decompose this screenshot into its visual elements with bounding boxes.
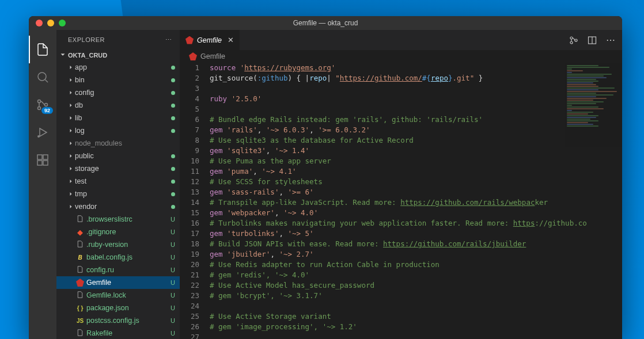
code-line[interactable]: gem 'turbolinks', '~> 5' bbox=[210, 228, 622, 239]
close-tab-icon[interactable]: ✕ bbox=[228, 36, 234, 44]
code-line[interactable]: # Use Active Storage variant bbox=[210, 311, 622, 322]
compare-icon[interactable] bbox=[569, 36, 578, 45]
line-number: 4 bbox=[180, 94, 199, 104]
code-line[interactable]: # Transpile app-like JavaScript. Read mo… bbox=[210, 197, 622, 208]
git-modified-dot bbox=[171, 66, 175, 70]
sidebar-more-icon[interactable]: ⋯ bbox=[165, 36, 172, 44]
svg-marker-5 bbox=[40, 128, 47, 136]
code-line[interactable]: # Use sqlite3 as the database for Active… bbox=[210, 135, 622, 146]
code-line[interactable]: gem 'jbuilder', '~> 2.7' bbox=[210, 249, 622, 260]
folder-public[interactable]: public bbox=[56, 150, 180, 162]
traffic-lights bbox=[29, 20, 66, 26]
line-number: 20 bbox=[180, 260, 199, 270]
more-actions-icon[interactable]: ⋯ bbox=[606, 35, 615, 45]
code-line[interactable]: # Use Redis adapter to run Action Cable … bbox=[210, 260, 622, 270]
code-line[interactable]: # Use SCSS for stylesheets bbox=[210, 177, 622, 187]
code-line[interactable]: ruby '2.5.0' bbox=[210, 94, 622, 104]
folder-storage[interactable]: storage bbox=[56, 162, 180, 175]
code-area[interactable]: 1234567891011121314151617181920212223242… bbox=[180, 63, 622, 339]
breadcrumb[interactable]: Gemfile bbox=[180, 50, 622, 63]
minimap[interactable] bbox=[565, 63, 622, 189]
code-line[interactable]: gem 'rails', '~> 6.0.3', '>= 6.0.3.2' bbox=[210, 125, 622, 135]
js-icon: JS bbox=[77, 318, 84, 324]
code-line[interactable] bbox=[210, 301, 622, 311]
code-line[interactable]: # Build JSON APIs with ease. Read more: … bbox=[210, 239, 622, 249]
activity-search[interactable] bbox=[29, 63, 56, 91]
folder-vendor[interactable]: vendor bbox=[56, 200, 180, 213]
folder-config[interactable]: config bbox=[56, 86, 180, 99]
line-number: 1 bbox=[180, 63, 199, 73]
line-number: 17 bbox=[180, 228, 199, 239]
code-line[interactable]: # Use Active Model has_secure_password bbox=[210, 280, 622, 291]
folder-tmp[interactable]: tmp bbox=[56, 188, 180, 200]
maximize-window-icon[interactable] bbox=[59, 20, 66, 26]
activity-explorer[interactable] bbox=[29, 36, 56, 63]
close-window-icon[interactable] bbox=[36, 20, 43, 26]
line-number: 14 bbox=[180, 197, 199, 208]
code-content[interactable]: source 'https://rubygems.org'git_source(… bbox=[210, 63, 622, 339]
folder-lib[interactable]: lib bbox=[56, 112, 180, 124]
activity-source-control[interactable]: 92 bbox=[29, 91, 56, 119]
file-babel-config-js[interactable]: Bbabel.config.jsU bbox=[56, 251, 180, 264]
svg-rect-9 bbox=[37, 161, 42, 165]
code-line[interactable]: # Turbolinks makes navigating your web a… bbox=[210, 218, 622, 228]
code-line[interactable]: # Use Puma as the app server bbox=[210, 156, 622, 166]
line-number: 6 bbox=[180, 115, 199, 125]
file-package-json[interactable]: { }package.jsonU bbox=[56, 302, 180, 314]
line-number: 18 bbox=[180, 239, 199, 249]
chevron-right-icon bbox=[67, 115, 75, 121]
project-header[interactable]: OKTA_CRUD bbox=[56, 49, 180, 61]
tree-item-label: bin bbox=[75, 76, 169, 84]
file-gemfile[interactable]: GemfileU bbox=[56, 276, 180, 289]
editor-tab-gemfile[interactable]: Gemfile ✕ bbox=[180, 30, 240, 50]
code-line[interactable]: source 'https://rubygems.org' bbox=[210, 63, 622, 73]
svg-rect-10 bbox=[43, 161, 48, 165]
file--ruby-version[interactable]: .ruby-versionU bbox=[56, 238, 180, 251]
tree-item-label: Rakefile bbox=[86, 329, 168, 337]
folder-bin[interactable]: bin bbox=[56, 74, 180, 86]
minimize-window-icon[interactable] bbox=[47, 20, 54, 26]
code-line[interactable]: # Bundle edge Rails instead: gem 'rails'… bbox=[210, 115, 622, 125]
line-number: 13 bbox=[180, 187, 199, 197]
svg-point-3 bbox=[38, 107, 41, 110]
code-line[interactable]: gem 'webpacker', '~> 4.0' bbox=[210, 208, 622, 218]
tree-item-label: config.ru bbox=[86, 266, 168, 274]
code-line[interactable]: # gem 'image_processing', '~> 1.2' bbox=[210, 322, 622, 332]
code-line[interactable]: # gem 'bcrypt', '~> 3.1.7' bbox=[210, 291, 622, 301]
code-line[interactable] bbox=[210, 332, 622, 339]
code-line[interactable]: gem 'puma', '~> 4.1' bbox=[210, 166, 622, 177]
folder-test[interactable]: test bbox=[56, 175, 180, 188]
file-postcss-config-js[interactable]: JSpostcss.config.jsU bbox=[56, 314, 180, 327]
code-line[interactable]: gem 'sass-rails', '>= 6' bbox=[210, 187, 622, 197]
code-line[interactable]: gem 'sqlite3', '~> 1.4' bbox=[210, 146, 622, 156]
git-status-untracked: U bbox=[171, 266, 175, 273]
chevron-right-icon bbox=[67, 102, 75, 109]
line-number: 7 bbox=[180, 125, 199, 135]
file-config-ru[interactable]: config.ruU bbox=[56, 264, 180, 276]
folder-app[interactable]: app bbox=[56, 61, 180, 74]
file-gemfile-lock[interactable]: Gemfile.lockU bbox=[56, 289, 180, 302]
folder-db[interactable]: db bbox=[56, 99, 180, 112]
titlebar[interactable]: Gemfile — okta_crud bbox=[29, 16, 622, 30]
activity-extensions[interactable] bbox=[29, 146, 56, 174]
tree-item-label: postcss.config.js bbox=[86, 317, 168, 325]
git-status-untracked: U bbox=[171, 292, 175, 299]
chevron-right-icon bbox=[67, 64, 75, 71]
folder-log[interactable]: log bbox=[56, 124, 180, 137]
line-number: 3 bbox=[180, 83, 199, 94]
file-tree: appbinconfigdbliblognode_modulespublicst… bbox=[56, 61, 180, 339]
tree-item-label: node_modules bbox=[75, 139, 175, 147]
svg-point-12 bbox=[570, 41, 573, 44]
code-line[interactable]: git_source(:github) { |repo| "https://gi… bbox=[210, 73, 622, 83]
svg-point-4 bbox=[45, 104, 48, 106]
git-modified-dot bbox=[171, 91, 175, 95]
code-line[interactable]: # gem 'redis', '~> 4.0' bbox=[210, 270, 622, 280]
file-rakefile[interactable]: RakefileU bbox=[56, 327, 180, 339]
code-line[interactable] bbox=[210, 83, 622, 94]
split-editor-icon[interactable] bbox=[588, 36, 597, 45]
code-line[interactable] bbox=[210, 104, 622, 115]
activity-debug[interactable] bbox=[29, 119, 56, 146]
file--browserslistrc[interactable]: .browserslistrcU bbox=[56, 213, 180, 226]
folder-node-modules[interactable]: node_modules bbox=[56, 137, 180, 150]
file--gitignore[interactable]: ◆.gitignoreU bbox=[56, 226, 180, 238]
